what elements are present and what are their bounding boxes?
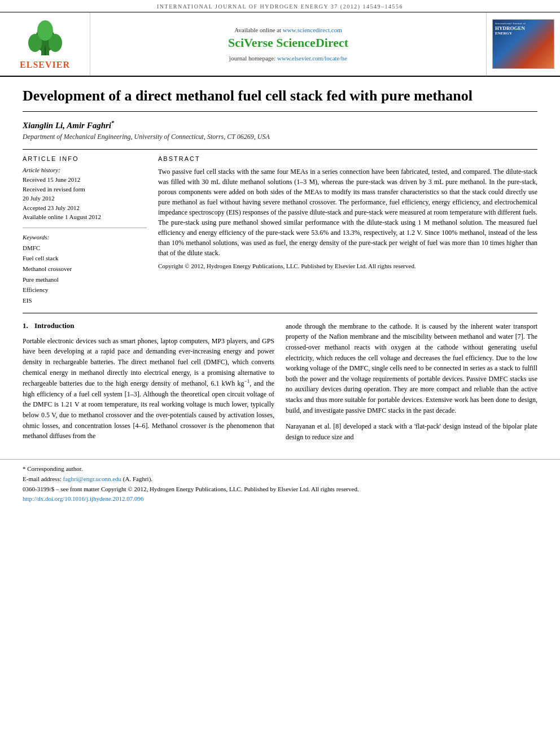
keyword-dmfc: DMFC	[23, 243, 147, 254]
info-abstract-row: ARTICLE INFO Article history: Received 1…	[23, 149, 537, 306]
revised-date: 20 July 2012	[23, 194, 147, 203]
main-content: Development of a direct methanol fuel ce…	[0, 77, 560, 459]
keyword-eis: EIS	[23, 295, 147, 306]
abstract-section: ABSTRACT Two passive fuel cell stacks wi…	[158, 155, 537, 306]
section-title-text: Introduction	[34, 321, 75, 330]
available-online-text: Available online at www.sciencedirect.co…	[234, 27, 342, 33]
copyright-line: Copyright © 2012, Hydrogen Energy Public…	[158, 263, 537, 269]
footnote-email: E-mail address: faghri@engr.uconn.edu (A…	[23, 474, 537, 484]
journal-bar: INTERNATIONAL JOURNAL OF HYDROGEN ENERGY…	[0, 0, 560, 12]
revised-label: Received in revised form	[23, 185, 147, 194]
affiliation: Department of Mechanical Engineering, Un…	[23, 133, 537, 141]
author-email-link[interactable]: faghri@engr.uconn.edu	[63, 475, 121, 482]
received-date: Received 15 June 2012	[23, 175, 147, 185]
doi-link[interactable]: http://dx.doi.org/10.1016/j.ijhydene.201…	[23, 495, 144, 502]
email-suffix-text: (A. Faghri).	[123, 475, 152, 482]
history-label: Article history:	[23, 167, 147, 173]
available-online-date: Available online 1 August 2012	[23, 212, 147, 222]
section-title-intro: 1. Introduction	[23, 321, 274, 330]
journal-cover-image: International Journal of HYDROGEN ENERGY	[492, 19, 554, 69]
footer-doi: http://dx.doi.org/10.1016/j.ijhydene.201…	[23, 495, 537, 502]
footnote-corresponding: * Corresponding author.	[23, 464, 537, 474]
keywords-label: Keywords:	[23, 234, 147, 241]
elsevier-logo-area: ELSEVIER	[0, 12, 90, 76]
intro-right-text-1: anode through the membrane to the cathod…	[286, 321, 537, 416]
email-label-text: E-mail address:	[23, 475, 62, 482]
article-title: Development of a direct methanol fuel ce…	[23, 87, 537, 112]
keyword-efficiency: Efficiency	[23, 285, 147, 295]
journal-homepage-line: journal homepage: www.elsevier.com/locat…	[229, 55, 347, 62]
abstract-heading: ABSTRACT	[158, 155, 537, 162]
journal-bar-text: INTERNATIONAL JOURNAL OF HYDROGEN ENERGY…	[157, 3, 403, 10]
abstract-text: Two passive fuel cell stacks with the sa…	[158, 167, 537, 258]
left-column: 1. Introduction Portable electronic devi…	[23, 321, 274, 448]
sciverse-title: SciVerse ScienceDirect	[228, 36, 348, 50]
journal-cover-area: International Journal of HYDROGEN ENERGY	[487, 12, 560, 76]
elsevier-tree-logo	[20, 18, 71, 58]
elsevier-brand-text: ELSEVIER	[20, 60, 70, 70]
footnote-issn: 0360-3199/$ – see front matter Copyright…	[23, 484, 537, 495]
authors-names: Xianglin Li, Amir Faghri*	[23, 121, 114, 130]
body-section: 1. Introduction Portable electronic devi…	[23, 313, 537, 460]
authors: Xianglin Li, Amir Faghri*	[23, 120, 537, 130]
keyword-methanol-crossover: Methanol crossover	[23, 264, 147, 274]
intro-right-text-2: Narayanan et al. [8] developed a stack w…	[286, 421, 537, 442]
sciverse-label: SciVerse	[228, 36, 276, 50]
corresponding-marker: *	[111, 120, 114, 126]
right-column: anode through the membrane to the cathod…	[286, 321, 537, 448]
sciencedirect-url-link[interactable]: www.sciencedirect.com	[283, 27, 342, 33]
header-section: ELSEVIER Available online at www.science…	[0, 12, 560, 77]
keywords-section: Keywords: DMFC Fuel cell stack Methanol …	[23, 234, 147, 306]
svg-point-4	[37, 20, 53, 41]
sciencedirect-area: Available online at www.sciencedirect.co…	[90, 12, 487, 76]
journal-homepage-link[interactable]: www.elsevier.com/locate/he	[277, 55, 347, 62]
article-info-heading: ARTICLE INFO	[23, 155, 147, 162]
article-history: Article history: Received 15 June 2012 R…	[23, 167, 147, 228]
keyword-pure-methanol: Pure methanol	[23, 274, 147, 285]
article-info-column: ARTICLE INFO Article history: Received 1…	[23, 155, 147, 306]
sciencedirect-label: ScienceDirect	[276, 36, 348, 50]
footer-section: * Corresponding author. E-mail address: …	[0, 459, 560, 508]
keyword-fuel-cell-stack: Fuel cell stack	[23, 253, 147, 264]
accepted-date: Accepted 23 July 2012	[23, 203, 147, 213]
intro-left-text: Portable electronic devices such as smar…	[23, 336, 274, 442]
section-number: 1.	[23, 321, 28, 330]
